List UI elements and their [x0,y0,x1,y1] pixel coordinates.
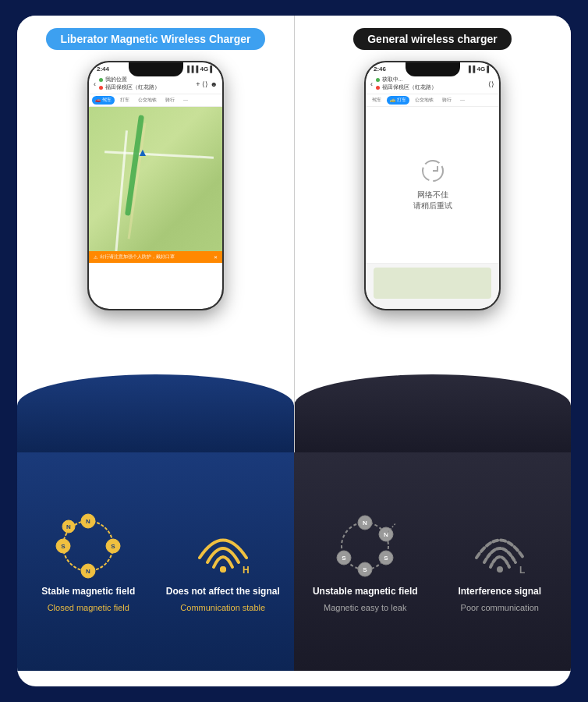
right-address-block: 获取中... 福田保税区（红花路） [376,76,437,91]
right-green-dot [376,78,380,82]
main-card: Liberator Magnetic Wireless Charger 2:44… [17,16,571,686]
stable-mag-subtitle: Closed magnetic field [48,603,129,612]
svg-text:S: S [62,543,66,550]
svg-text:S: S [112,543,116,550]
right-red-dot [376,86,380,90]
tab-bike[interactable]: 骑行 [162,96,178,105]
comparison-section: Liberator Magnetic Wireless Charger 2:44… [17,16,571,452]
svg-text:S: S [384,555,389,562]
feature-stable-mag: N S N S N Stable magnetic field Closed m… [25,511,152,612]
left-phone: 2:44 ▐▐▐ 4G ▌ ‹ 我的位置 [87,61,224,310]
alert-icon: ⚠ [94,254,97,260]
svg-text:S: S [363,566,368,573]
right-time: 2:46 [374,66,386,73]
right-tab-more[interactable]: ⋯ [457,96,468,105]
svg-text:H: H [243,565,250,576]
right-sort-icon[interactable]: ⟨⟩ [488,80,494,88]
address-block: 我的位置 福田保税区（红花路） [99,76,160,91]
stable-mag-title: Stable magnetic field [41,586,135,598]
svg-text:N: N [363,519,367,526]
map-bg [89,107,222,263]
svg-text:N: N [86,568,90,575]
red-dot [99,86,103,90]
right-signal: ▐▐ 4G ▌ [466,66,491,73]
my-location: 我的位置 [105,76,127,83]
map-preview [374,268,491,299]
feature-good-signal: H Does not affect the signal Communicati… [160,511,287,612]
nav-bar: ‹ 我的位置 福田保税区（红花路） + ⟨⟩ ☻ [89,74,222,94]
back-icon[interactable]: ‹ [94,80,96,88]
phone-notch [129,62,183,76]
tab-transit[interactable]: 公交地铁 [135,96,160,105]
right-phone-screen: 2:46 ▐▐ 4G ▌ ‹ 获取中... [366,62,499,309]
open-mag-diagram: N N S S S [330,511,400,581]
wifi-bad-diagram: L [465,511,535,581]
right-map-stub [366,263,499,309]
svg-text:N: N [86,518,90,525]
features-section: N S N S N Stable magnetic field Closed m… [17,452,571,671]
right-from: 获取中... [376,76,437,83]
signal-title: Does not affect the signal [166,586,280,598]
tab-taxi[interactable]: 打车 [117,96,133,105]
right-nav-bar: ‹ 获取中... 福田保税区（红花路） ⟨⟩ [366,74,499,94]
destination: 福田保税区（红花路） [105,84,160,91]
right-destination: 福田保税区（红花路） [382,84,437,91]
right-panel: General wireless charger 2:46 ▐▐ 4G ▌ ‹ [294,16,571,452]
right-back-icon[interactable]: ‹ [370,80,373,88]
right-tab-taxi[interactable]: 🚕 打车 [387,96,409,105]
right-label: General wireless charger [353,28,512,50]
green-dot [99,78,103,82]
left-phone-screen: 2:44 ▐▐▐ 4G ▌ ‹ 我的位置 [89,62,222,309]
right-tab-driving[interactable]: 驾车 [369,96,384,105]
right-to: 福田保税区（红花路） [376,84,437,91]
add-icon[interactable]: + ⟨⟩ ☻ [196,80,218,88]
nav-arrow: ▲ [137,146,148,158]
left-label: Liberator Magnetic Wireless Charger [46,28,264,50]
right-features: N N S S S Unstable magnetic field Magnet… [294,452,571,671]
error-line1: 网络不佳 [413,190,452,200]
error-line2: 请稍后重试 [413,200,452,211]
right-phone: 2:46 ▐▐ 4G ▌ ‹ 获取中... [364,61,501,310]
right-tab-bike[interactable]: 骑行 [439,96,455,105]
unstable-title: Unstable magnetic field [313,586,418,598]
error-screen: 网络不佳 请稍后重试 [366,107,499,263]
signal-icons: ▐▐▐ 4G ▌ [185,66,214,73]
svg-text:L: L [519,565,525,576]
from-address: 我的位置 [99,76,160,83]
svg-point-13 [220,566,226,573]
right-lower-bg [294,374,571,452]
map-view: ▲ ⚠ 出行请注意加强个人防护，戴好口罩 ✕ [89,107,222,263]
tab-more[interactable]: ⋯ [180,96,191,105]
alert-text: 出行请注意加强个人防护，戴好口罩 [100,254,175,261]
feature-bad-signal: L Interference signal Poor communication [437,511,564,612]
svg-point-27 [497,566,503,573]
to-address: 福田保税区（红花路） [99,84,160,91]
bad-signal-title: Interference signal [458,586,541,598]
left-features: N S N S N Stable magnetic field Closed m… [17,452,294,671]
time: 2:44 [97,66,109,73]
error-text: 网络不佳 请稍后重试 [413,190,452,211]
svg-text:N: N [66,523,71,530]
left-panel: Liberator Magnetic Wireless Charger 2:44… [17,16,294,452]
closed-mag-diagram: N S N S N [53,511,123,581]
transport-tabs: 🚗 驾车 打车 公交地铁 骑行 ⋯ [89,94,222,107]
right-tab-transit[interactable]: 公交地铁 [412,96,437,105]
alert-banner: ⚠ 出行请注意加强个人防护，戴好口罩 ✕ [89,251,222,263]
divider [294,16,295,452]
right-phone-notch [406,62,460,76]
left-lower-bg [17,374,294,452]
unstable-subtitle: Magnetic easy to leak [324,603,406,612]
tab-driving[interactable]: 🚗 驾车 [92,96,115,105]
right-transport-tabs: 驾车 🚕 打车 公交地铁 骑行 ⋯ [366,94,499,107]
svg-text:S: S [342,555,347,562]
refresh-icon [420,158,445,183]
close-icon[interactable]: ✕ [214,254,218,260]
right-location: 获取中... [382,76,402,83]
bad-signal-subtitle: Poor communication [461,603,539,612]
signal-subtitle: Communication stable [180,603,265,612]
feature-unstable-mag: N N S S S Unstable magnetic field Magnet… [302,511,429,612]
wifi-good-diagram: H [188,511,258,581]
